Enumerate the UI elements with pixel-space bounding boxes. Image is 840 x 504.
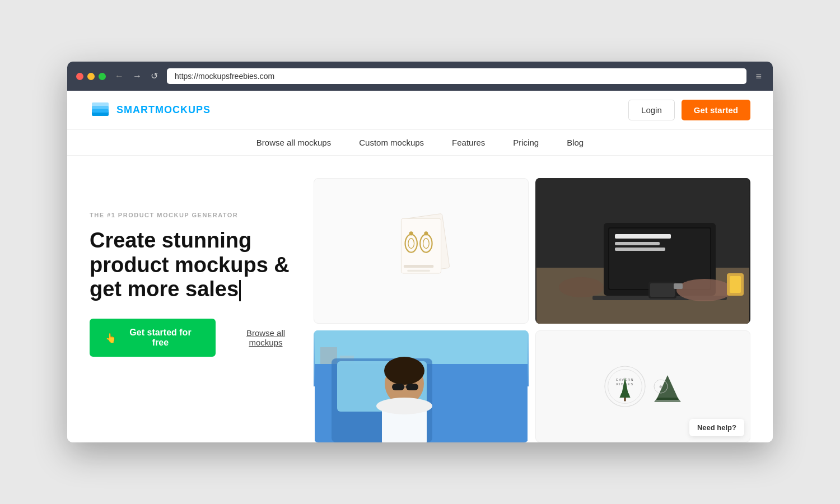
svg-rect-38 bbox=[406, 384, 418, 390]
svg-point-24 bbox=[676, 279, 732, 301]
svg-rect-20 bbox=[615, 248, 665, 251]
svg-rect-12 bbox=[407, 270, 430, 272]
forward-button[interactable]: → bbox=[130, 71, 144, 82]
back-button[interactable]: ← bbox=[113, 71, 126, 82]
hero-content: THE #1 PRODUCT MOCKUP GENERATOR Create s… bbox=[90, 178, 302, 442]
nav-pricing[interactable]: Pricing bbox=[513, 138, 539, 147]
svg-point-36 bbox=[384, 357, 424, 385]
svg-marker-50 bbox=[654, 398, 681, 402]
mockup-card-car bbox=[314, 330, 529, 442]
browser-window: ← → ↺ ≡ SMARTMOCKUPS Login Get started B… bbox=[67, 62, 773, 442]
browser-chrome: ← → ↺ ≡ bbox=[67, 62, 773, 91]
address-bar[interactable] bbox=[167, 68, 746, 84]
nav-custom-mockups[interactable]: Custom mockups bbox=[359, 138, 424, 147]
svg-point-10 bbox=[424, 231, 428, 235]
maximize-button[interactable] bbox=[99, 73, 106, 80]
business-mockup-svg bbox=[535, 178, 750, 324]
svg-text:⊕: ⊕ bbox=[659, 384, 662, 389]
nav-features[interactable]: Features bbox=[452, 138, 485, 147]
login-button[interactable]: Login bbox=[628, 100, 675, 120]
mockup-card-business bbox=[535, 178, 750, 324]
header-actions: Login Get started bbox=[628, 100, 750, 120]
hero-label: THE #1 PRODUCT MOCKUP GENERATOR bbox=[90, 212, 302, 218]
nav-browse-mockups[interactable]: Browse all mockups bbox=[256, 138, 331, 147]
svg-rect-2 bbox=[92, 102, 109, 108]
mockup-card-product bbox=[314, 178, 529, 324]
hero-title: Create stunning product mockups & get mo… bbox=[90, 228, 302, 302]
svg-rect-37 bbox=[392, 384, 404, 390]
mockup-card-cavern: CAVERN RIDGES ⊕ Need help? bbox=[535, 330, 750, 442]
svg-rect-19 bbox=[615, 242, 660, 245]
mockup-grid: CAVERN RIDGES ⊕ Need help? bbox=[314, 178, 750, 442]
hero-section: THE #1 PRODUCT MOCKUP GENERATOR Create s… bbox=[67, 156, 773, 442]
traffic-lights bbox=[76, 73, 106, 80]
logo-text: SMARTMOCKUPS bbox=[116, 104, 211, 116]
browser-menu-button[interactable]: ≡ bbox=[753, 71, 764, 82]
svg-point-7 bbox=[409, 231, 413, 235]
svg-rect-11 bbox=[404, 265, 433, 268]
svg-point-41 bbox=[376, 398, 432, 414]
svg-rect-48 bbox=[624, 398, 626, 401]
site-navigation: Browse all mockups Custom mockups Featur… bbox=[67, 130, 773, 156]
logo-area: SMARTMOCKUPS bbox=[90, 101, 211, 119]
svg-rect-23 bbox=[650, 283, 675, 297]
svg-rect-26 bbox=[674, 283, 683, 289]
get-started-header-button[interactable]: Get started bbox=[682, 100, 750, 120]
cavern-mockup-svg: CAVERN RIDGES ⊕ bbox=[598, 350, 688, 423]
product-mockup-svg bbox=[376, 206, 466, 296]
need-help-badge[interactable]: Need help? bbox=[689, 419, 744, 436]
refresh-button[interactable]: ↺ bbox=[148, 71, 160, 82]
logo-icon bbox=[90, 101, 111, 119]
nav-blog[interactable]: Blog bbox=[567, 138, 584, 147]
hand-icon: 👆 bbox=[105, 333, 116, 343]
get-started-free-button[interactable]: 👆 Get started for free bbox=[90, 319, 216, 357]
svg-marker-47 bbox=[619, 393, 630, 398]
svg-rect-28 bbox=[730, 276, 741, 293]
car-mockup-svg bbox=[314, 330, 529, 442]
minimize-button[interactable] bbox=[87, 73, 95, 80]
site-header: SMARTMOCKUPS Login Get started bbox=[67, 91, 773, 130]
hero-cta: 👆 Get started for free Browse all mockup… bbox=[90, 319, 302, 357]
browser-nav: ← → ↺ bbox=[113, 71, 160, 82]
close-button[interactable] bbox=[76, 73, 83, 80]
browse-mockups-link[interactable]: Browse all mockups bbox=[229, 328, 302, 347]
svg-point-25 bbox=[559, 277, 604, 297]
svg-rect-18 bbox=[615, 234, 671, 239]
